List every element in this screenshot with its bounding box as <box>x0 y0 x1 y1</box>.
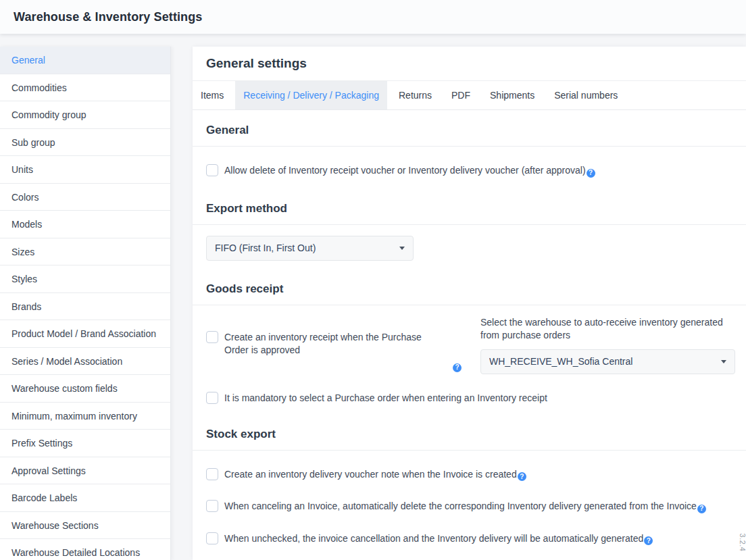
sidebar-item-approval-settings[interactable]: Approval Settings <box>0 457 170 485</box>
checkbox-create-inventory-receipt-label[interactable]: Create an inventory receipt when the Pur… <box>224 331 447 357</box>
checkbox-allow-delete-label[interactable]: Allow delete of Inventory receipt vouche… <box>224 164 595 178</box>
sidebar-item-commodities[interactable]: Commodities <box>0 74 170 102</box>
tab-receiving-delivery-packaging[interactable]: Receiving / Delivery / Packaging <box>235 81 387 109</box>
export-method-select-value: FIFO (First In, First Out) <box>215 243 399 253</box>
sidebar-item-sub-group[interactable]: Sub group <box>0 129 170 157</box>
app-version: 3.2.4 <box>739 534 746 552</box>
checkbox-create-delivery-voucher-label[interactable]: Create an inventory delivery voucher not… <box>224 468 526 482</box>
checkbox-create-inventory-receipt[interactable] <box>206 331 218 343</box>
card-header: General settings <box>193 47 746 81</box>
help-icon[interactable]: ? <box>697 505 706 513</box>
sidebar-item-sizes[interactable]: Sizes <box>0 238 170 266</box>
sidebar-item-colors[interactable]: Colors <box>0 184 170 211</box>
mandatory-po-receipt-row: It is mandatory to select a Purchase ord… <box>206 392 735 405</box>
section-stock-export-body: Create an inventory delivery voucher not… <box>193 451 746 560</box>
sidebar-item-warehouse-custom-fields[interactable]: Warehouse custom fields <box>0 375 170 403</box>
tab-items[interactable]: Items <box>193 81 232 109</box>
checkbox-label-text: When unchecked, the invoice cancellation… <box>224 533 643 544</box>
checkbox-label-text: Allow delete of Inventory receipt vouche… <box>224 165 586 176</box>
help-icon[interactable]: ? <box>587 169 595 178</box>
checkbox-label-text: Create an inventory delivery voucher not… <box>224 469 517 480</box>
checkbox-cancel-invoice-delete-delivery[interactable] <box>206 500 218 512</box>
sidebar-item-series-model-association[interactable]: Series / Model Association <box>0 348 170 376</box>
checkbox-mandatory-po-receipt[interactable] <box>206 392 218 404</box>
tab-serial-numbers[interactable]: Serial numbers <box>546 81 626 109</box>
help-icon[interactable]: ? <box>644 536 653 545</box>
tab-pdf[interactable]: PDF <box>443 81 478 109</box>
sidebar-item-commodity-group[interactable]: Commodity group <box>0 101 170 129</box>
section-heading-stock-export: Stock export <box>206 428 732 441</box>
checkbox-unchecked-cancellation[interactable] <box>206 532 218 544</box>
page-title: Warehouse & Inventory Settings <box>14 10 202 24</box>
tab-returns[interactable]: Returns <box>391 81 440 109</box>
auto-receive-warehouse-label: Select the warehouse to auto-receive inv… <box>480 316 735 342</box>
general-settings-card: General settings Items Receiving / Deliv… <box>193 47 746 560</box>
tab-shipments[interactable]: Shipments <box>482 81 543 109</box>
sidebar-item-warehouse-detailed-locations[interactable]: Warehouse Detailed Locations <box>0 539 170 560</box>
cancel-invoice-delete-delivery-row: When canceling an Invoice, automatically… <box>206 500 735 513</box>
auto-receive-warehouse-field: Select the warehouse to auto-receive inv… <box>480 316 735 374</box>
section-general-body: Allow delete of Inventory receipt vouche… <box>193 147 746 188</box>
allow-delete-row: Allow delete of Inventory receipt vouche… <box>206 164 735 178</box>
checkbox-label-text: When canceling an Invoice, automatically… <box>224 501 697 511</box>
checkbox-create-delivery-voucher[interactable] <box>206 468 218 480</box>
caret-down-icon <box>721 360 726 363</box>
tab-bar: Items Receiving / Delivery / Packaging R… <box>193 81 746 110</box>
sidebar-item-prefix-settings[interactable]: Prefix Settings <box>0 430 170 457</box>
sidebar-item-units[interactable]: Units <box>0 156 170 184</box>
checkbox-allow-delete[interactable] <box>206 164 218 176</box>
section-heading-export-method: Export method <box>206 202 732 215</box>
create-delivery-voucher-row: Create an inventory delivery voucher not… <box>206 468 735 482</box>
card-title: General settings <box>206 56 307 71</box>
checkbox-cancel-invoice-delete-delivery-label[interactable]: When canceling an Invoice, automatically… <box>224 500 706 513</box>
unchecked-cancellation-row: When unchecked, the invoice cancellation… <box>206 532 735 546</box>
checkbox-mandatory-po-receipt-label[interactable]: It is mandatory to select a Purchase ord… <box>224 392 547 405</box>
auto-receive-warehouse-select-value: WH_RECEIVE_WH_Sofia Central <box>489 356 721 367</box>
help-icon[interactable]: ? <box>453 363 462 372</box>
sidebar-item-models[interactable]: Models <box>0 211 170 238</box>
help-icon[interactable]: ? <box>518 472 526 481</box>
section-export-method-body: FIFO (First In, First Out) <box>193 225 746 269</box>
goods-receipt-bottom: It is mandatory to select a Purchase ord… <box>193 374 746 414</box>
sidebar-item-brands[interactable]: Brands <box>0 293 170 321</box>
sidebar-item-product-model-brand-association[interactable]: Product Model / Brand Association <box>0 320 170 348</box>
settings-sidebar: General Commodities Commodity group Sub … <box>0 47 171 560</box>
caret-down-icon <box>399 247 405 250</box>
auto-receive-warehouse-select[interactable]: WH_RECEIVE_WH_Sofia Central <box>480 349 735 374</box>
goods-receipt-grid: Create an inventory receipt when the Pur… <box>193 305 746 374</box>
section-heading-general: General <box>206 124 732 137</box>
section-heading-goods-receipt: Goods receipt <box>206 282 732 296</box>
checkbox-unchecked-cancellation-label[interactable]: When unchecked, the invoice cancellation… <box>224 532 653 546</box>
sidebar-item-styles[interactable]: Styles <box>0 265 170 293</box>
sidebar-item-warehouse-sections[interactable]: Warehouse Sections <box>0 512 170 540</box>
sidebar-item-barcode-labels[interactable]: Barcode Labels <box>0 484 170 512</box>
export-method-select[interactable]: FIFO (First In, First Out) <box>206 236 414 261</box>
sidebar-item-general[interactable]: General <box>0 47 170 74</box>
app-header: Warehouse & Inventory Settings <box>0 0 746 34</box>
sidebar-item-minimum-maximum-inventory[interactable]: Minimum, maximum inventory <box>0 403 170 430</box>
create-receipt-row: Create an inventory receipt when the Pur… <box>206 316 467 374</box>
